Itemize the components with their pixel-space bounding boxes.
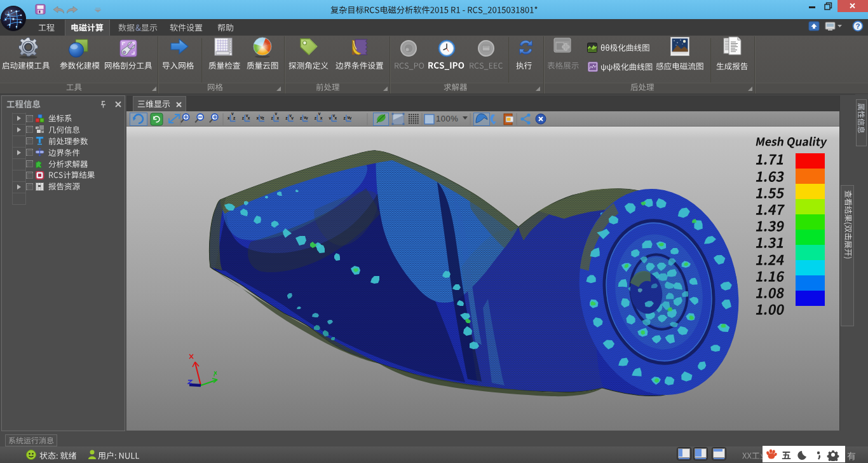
svg-text:?: ? — [855, 22, 860, 30]
